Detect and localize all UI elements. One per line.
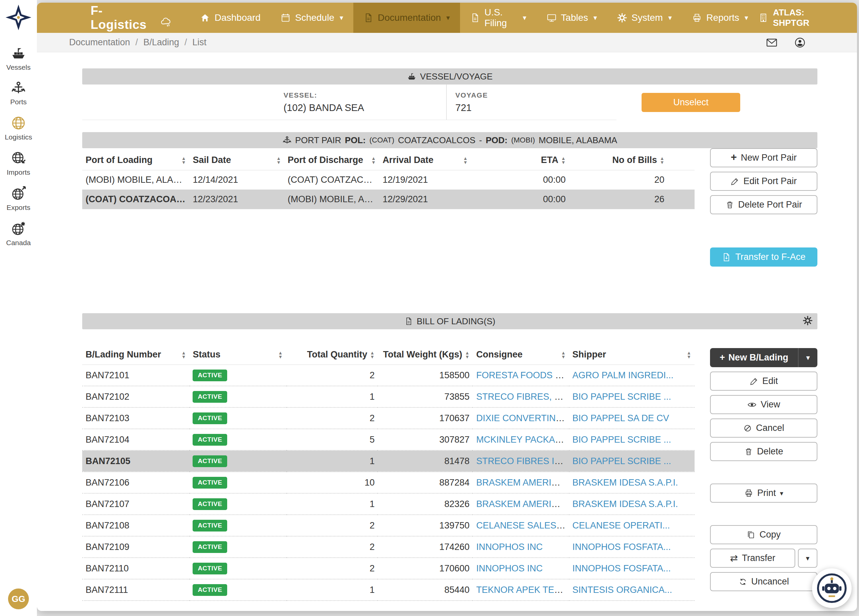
sidebar-item-canada[interactable]: Canada bbox=[6, 221, 31, 247]
col-blading-number[interactable]: B/Lading Number▲▼ bbox=[82, 343, 189, 365]
table-row[interactable]: (COAT) COATZACOAL... 12/23/2021 (MOBI) M… bbox=[82, 190, 695, 209]
table-row[interactable]: (MOBI) MOBILE, ALAB... 12/14/2021 (COAT)… bbox=[82, 170, 695, 190]
cancel-button[interactable]: Cancel bbox=[710, 418, 817, 438]
consignee-link[interactable]: STRECO FIBRES, INC bbox=[476, 391, 569, 402]
shipper-link[interactable]: BRASKEM IDESA S.A.P.I. bbox=[572, 477, 678, 488]
col-total-weight[interactable]: Total Weight (Kgs)▲▼ bbox=[378, 343, 473, 365]
account-menu[interactable]: ATLAS: SHPTGR bbox=[758, 3, 857, 33]
sort-icon[interactable]: ▲▼ bbox=[463, 156, 468, 164]
sidebar-item-imports[interactable]: Imports bbox=[7, 151, 30, 176]
new-blading-button[interactable]: + New B/Lading bbox=[710, 348, 798, 367]
delete-port-pair-button[interactable]: Delete Port Pair bbox=[710, 195, 817, 214]
unselect-button[interactable]: Unselect bbox=[642, 93, 740, 112]
sort-icon[interactable]: ▲▼ bbox=[687, 351, 691, 359]
sidebar-item-logistics[interactable]: Logistics bbox=[5, 115, 32, 141]
table-row[interactable]: BAN72102 ACTIVE 1 73855 STRECO FIBRES, I… bbox=[82, 386, 695, 407]
sort-icon[interactable]: ▲▼ bbox=[371, 156, 376, 164]
sort-icon[interactable]: ▲▼ bbox=[181, 156, 186, 164]
shipper-link[interactable]: BRASKEM IDESA S.A.P.I. bbox=[572, 499, 678, 509]
col-no-of-bills[interactable]: No of Bills▲▼ bbox=[569, 148, 695, 170]
col-shipper[interactable]: Shipper▲▼ bbox=[569, 343, 695, 365]
breadcrumb-blading[interactable]: B/Lading bbox=[143, 37, 179, 48]
consignee-link[interactable]: INNOPHOS INC bbox=[476, 563, 543, 574]
print-button[interactable]: Print ▾ bbox=[710, 483, 817, 503]
shipper-link[interactable]: AGRO PALM INGREDI... bbox=[572, 370, 673, 380]
table-row[interactable]: BAN72107 ACTIVE 1 82326 BRASKEM AMERICA,… bbox=[82, 493, 695, 515]
sort-icon[interactable]: ▲▼ bbox=[278, 351, 283, 359]
support-icon[interactable] bbox=[794, 37, 806, 48]
edit-button[interactable]: Edit bbox=[710, 371, 817, 391]
table-row[interactable]: BAN72106 ACTIVE 10 887284 BRASKEM AMERIC… bbox=[82, 472, 695, 493]
table-row[interactable]: BAN72101 ACTIVE 2 158500 FORESTA FOODS I… bbox=[82, 365, 695, 386]
table-row[interactable]: BAN72111 ACTIVE 1 85440 TEKNOR APEK TENE… bbox=[82, 579, 695, 600]
col-arrival-date[interactable]: Arrival Date▲▼ bbox=[379, 148, 471, 170]
table-row[interactable]: BAN72109 ACTIVE 2 174260 INNOPHOS INC IN… bbox=[82, 536, 695, 558]
new-port-pair-button[interactable]: + New Port Pair bbox=[710, 148, 817, 167]
brand[interactable]: F-Logistics bbox=[37, 3, 171, 33]
shipper-link[interactable]: BIO PAPPEL SCRIBE ... bbox=[572, 435, 671, 444]
table-row[interactable]: BAN72105 ACTIVE 1 81478 STRECO FIBRES IN… bbox=[82, 450, 695, 472]
nav-system[interactable]: System ▾ bbox=[607, 3, 682, 33]
transfer-to-face-button[interactable]: Transfer to F-Ace bbox=[710, 248, 817, 267]
uncancel-button[interactable]: Uncancel bbox=[710, 572, 817, 591]
user-avatar[interactable]: GG bbox=[8, 588, 29, 609]
sidebar-item-exports[interactable]: Exports bbox=[6, 186, 30, 212]
transfer-caret-button[interactable]: ▾ bbox=[798, 549, 817, 568]
sort-icon[interactable]: ▲▼ bbox=[370, 351, 375, 359]
consignee-link[interactable]: BRASKEM AMERICA, I... bbox=[476, 499, 569, 509]
col-sail-date[interactable]: Sail Date▲▼ bbox=[189, 148, 284, 170]
envelope-icon[interactable] bbox=[766, 37, 778, 48]
nav-dashboard[interactable]: Dashboard bbox=[190, 3, 270, 33]
shipper-link[interactable]: INNOPHOS FOSFATA... bbox=[572, 563, 671, 574]
nav-tables[interactable]: Tables ▾ bbox=[537, 3, 607, 33]
sort-icon[interactable]: ▲▼ bbox=[561, 351, 566, 359]
transfer-button[interactable]: ⇄ Transfer bbox=[710, 549, 795, 568]
consignee-link[interactable]: MCKINLEY PACKAGIN... bbox=[476, 435, 569, 444]
col-port-of-discharge[interactable]: Port of Discharge▲▼ bbox=[284, 148, 379, 170]
consignee-link[interactable]: FORESTA FOODS INC. bbox=[476, 370, 569, 380]
consignee-link[interactable]: BRASKEM AMERICA, I... bbox=[476, 477, 569, 488]
col-total-quantity[interactable]: Total Quantity▲▼ bbox=[286, 343, 378, 365]
nav-reports[interactable]: Reports ▾ bbox=[682, 3, 758, 33]
consignee-link[interactable]: DIXIE CONVERTING C... bbox=[476, 413, 569, 423]
consignee-link[interactable]: INNOPHOS INC bbox=[476, 542, 543, 552]
sidebar-item-vessels[interactable]: Vessels bbox=[6, 45, 31, 72]
col-eta[interactable]: ETA▲▼ bbox=[471, 148, 569, 170]
shipper-link[interactable]: SINTESIS ORGANICA... bbox=[572, 585, 672, 595]
app-logo[interactable] bbox=[5, 4, 32, 31]
voyage-cell: VOYAGE 721 bbox=[447, 91, 488, 113]
settings-gear-icon[interactable] bbox=[803, 315, 813, 326]
col-consignee[interactable]: Consignee▲▼ bbox=[473, 343, 569, 365]
status-badge: ACTIVE bbox=[193, 541, 227, 553]
table-row[interactable]: BAN72103 ACTIVE 2 170637 DIXIE CONVERTIN… bbox=[82, 407, 695, 429]
nav-documentation[interactable]: Documentation ▾ bbox=[353, 3, 460, 33]
view-button[interactable]: View bbox=[710, 395, 817, 414]
consignee-link[interactable]: CELANESE SALES US... bbox=[476, 521, 569, 530]
sort-icon[interactable]: ▲▼ bbox=[276, 156, 281, 164]
copy-button[interactable]: Copy bbox=[710, 525, 817, 544]
col-status[interactable]: Status▲▼ bbox=[189, 343, 286, 365]
sidebar-item-ports[interactable]: Ports bbox=[10, 81, 27, 106]
delete-button[interactable]: Delete bbox=[710, 442, 817, 461]
table-row[interactable]: BAN72104 ACTIVE 5 307827 MCKINLEY PACKAG… bbox=[82, 429, 695, 450]
sort-icon[interactable]: ▲▼ bbox=[660, 156, 664, 164]
shipper-link[interactable]: BIO PAPPEL SA DE CV bbox=[572, 413, 669, 423]
shipper-link[interactable]: INNOPHOS FOSFATA... bbox=[572, 542, 671, 552]
new-blading-caret-button[interactable]: ▾ bbox=[798, 348, 817, 367]
consignee-link[interactable]: TEKNOR APEK TENE... bbox=[476, 585, 569, 595]
col-port-of-loading[interactable]: Port of Loading▲▼ bbox=[82, 148, 189, 170]
shipper-link[interactable]: BIO PAPPEL SCRIBE ... bbox=[572, 456, 671, 466]
breadcrumb-documentation[interactable]: Documentation bbox=[69, 37, 130, 48]
sort-icon[interactable]: ▲▼ bbox=[561, 156, 566, 164]
shipper-link[interactable]: CELANESE OPERATI... bbox=[572, 521, 670, 530]
shipper-link[interactable]: BIO PAPPEL SCRIBE ... bbox=[572, 391, 671, 402]
sort-icon[interactable]: ▲▼ bbox=[465, 351, 469, 359]
consignee-link[interactable]: STRECO FIBRES INC bbox=[476, 456, 567, 466]
sort-icon[interactable]: ▲▼ bbox=[181, 351, 186, 359]
chatbot-button[interactable] bbox=[812, 568, 852, 608]
nav-schedule[interactable]: Schedule ▾ bbox=[270, 3, 353, 33]
table-row[interactable]: BAN72110 ACTIVE 2 170600 INNOPHOS INC IN… bbox=[82, 558, 695, 579]
nav-us-filing[interactable]: U.S. Filing ▾ bbox=[460, 3, 537, 33]
table-row[interactable]: BAN72108 ACTIVE 2 139750 CELANESE SALES … bbox=[82, 515, 695, 536]
edit-port-pair-button[interactable]: Edit Port Pair bbox=[710, 172, 817, 191]
